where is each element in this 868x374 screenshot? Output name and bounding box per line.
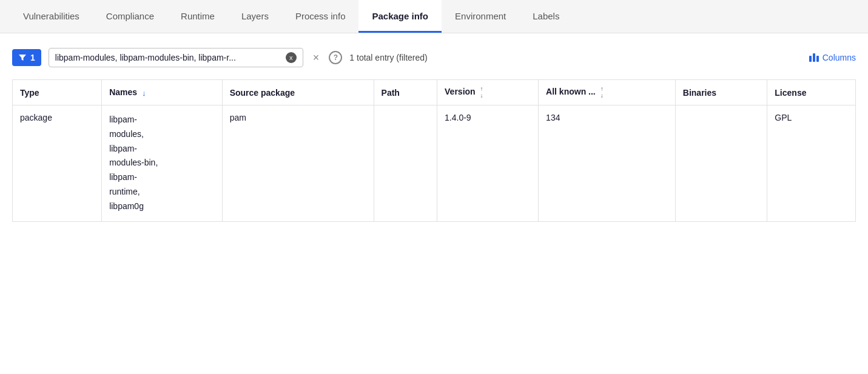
table-body: package libpam-modules, libpam-modules-b… bbox=[13, 105, 856, 222]
table-row: package libpam-modules, libpam-modules-b… bbox=[13, 105, 856, 222]
filter-close-button[interactable]: × bbox=[311, 52, 322, 64]
filter-badge-number: 1 bbox=[30, 53, 35, 62]
filter-badge[interactable]: 1 bbox=[12, 49, 41, 66]
filter-input-wrap[interactable]: libpam-modules, libpam-modules-bin, libp… bbox=[49, 48, 303, 67]
filter-input-text: libpam-modules, libpam-modules-bin, libp… bbox=[55, 53, 281, 62]
col-binaries: Binaries bbox=[675, 80, 767, 105]
tab-vulnerabilities[interactable]: Vulnerabilities bbox=[10, 0, 93, 33]
filter-bar: 1 libpam-modules, libpam-modules-bin, li… bbox=[12, 48, 856, 67]
main-content: 1 libpam-modules, libpam-modules-bin, li… bbox=[0, 33, 868, 236]
names-cell: libpam-modules, libpam-modules-bin, libp… bbox=[109, 113, 215, 214]
tab-bar: VulnerabilitiesComplianceRuntimeLayersPr… bbox=[0, 0, 868, 33]
tab-labels[interactable]: Labels bbox=[519, 0, 573, 33]
cell-source-package: pam bbox=[222, 105, 374, 222]
tab-layers[interactable]: Layers bbox=[228, 0, 282, 33]
cell-license: GPL bbox=[767, 105, 856, 222]
filter-icon bbox=[18, 53, 27, 62]
tab-environment[interactable]: Environment bbox=[442, 0, 519, 33]
col-source-package: Source package bbox=[222, 80, 374, 105]
filter-clear-button[interactable]: x bbox=[286, 52, 297, 63]
tab-package-info[interactable]: Package info bbox=[358, 0, 442, 33]
tab-compliance[interactable]: Compliance bbox=[93, 0, 167, 33]
col-version[interactable]: Version ↑ ↓ bbox=[437, 80, 539, 105]
names-sort-icon[interactable]: ↓ bbox=[142, 88, 146, 98]
filter-count-text: 1 total entry (filtered) bbox=[349, 53, 427, 62]
cell-version: 1.4.0-9 bbox=[437, 105, 539, 222]
columns-label: Columns bbox=[823, 53, 856, 62]
all-known-sort-icon[interactable]: ↑ ↓ bbox=[601, 86, 604, 99]
columns-button[interactable]: Columns bbox=[809, 53, 856, 62]
table-header: Type Names ↓ Source package Path Version… bbox=[13, 80, 856, 105]
cell-names: libpam-modules, libpam-modules-bin, libp… bbox=[102, 105, 223, 222]
help-button[interactable]: ? bbox=[329, 51, 342, 64]
col-type: Type bbox=[13, 80, 102, 105]
cell-path bbox=[374, 105, 437, 222]
cell-binaries bbox=[675, 105, 767, 222]
tab-runtime[interactable]: Runtime bbox=[167, 0, 228, 33]
col-all-known[interactable]: All known ... ↑ ↓ bbox=[539, 80, 676, 105]
col-path: Path bbox=[374, 80, 437, 105]
version-sort-icon[interactable]: ↑ ↓ bbox=[480, 86, 483, 99]
package-table: Type Names ↓ Source package Path Version… bbox=[12, 79, 856, 222]
col-license: License bbox=[767, 80, 856, 105]
cell-all-known: 134 bbox=[539, 105, 676, 222]
col-names[interactable]: Names ↓ bbox=[102, 80, 223, 105]
columns-icon bbox=[809, 53, 819, 62]
cell-type: package bbox=[13, 105, 102, 222]
tab-process-info[interactable]: Process info bbox=[282, 0, 359, 33]
